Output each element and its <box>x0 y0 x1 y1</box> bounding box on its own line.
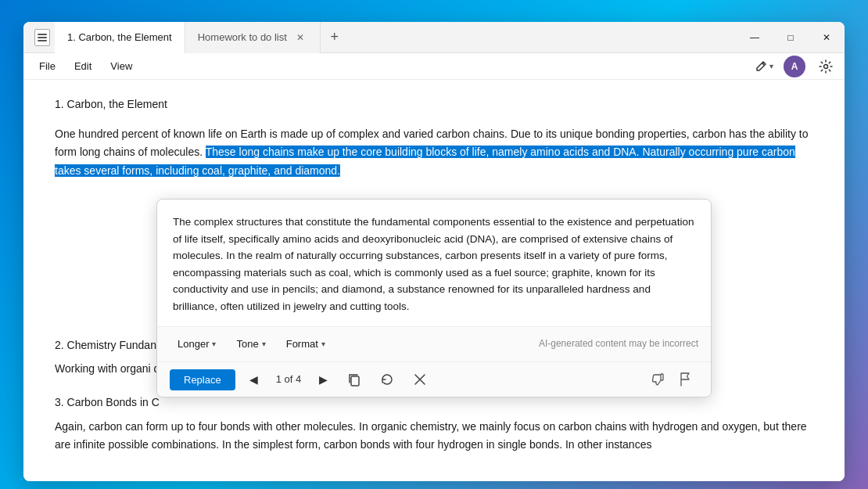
copy-button[interactable] <box>342 369 367 390</box>
close-icon <box>414 373 426 386</box>
longer-chevron: ▾ <box>212 338 216 351</box>
svg-rect-1 <box>351 376 359 386</box>
settings-icon <box>819 59 833 74</box>
toolbar-right: ▾ A <box>751 56 838 77</box>
refresh-button[interactable] <box>375 369 400 390</box>
user-avatar[interactable]: A <box>784 56 805 77</box>
thumbs-down-icon <box>651 372 665 387</box>
tab-carbon-label: 1. Carbon, the Element <box>67 31 172 43</box>
tone-chevron: ▾ <box>262 338 266 351</box>
menu-view[interactable]: View <box>101 57 142 75</box>
nav-count: 1 of 4 <box>273 372 305 388</box>
minimize-button[interactable]: — <box>737 22 773 53</box>
flag-icon <box>680 372 692 387</box>
ai-disclaimer: AI-generated content may be incorrect <box>539 336 698 351</box>
tab-homework-label: Homework to do list <box>198 31 287 43</box>
ai-popup-body: The complex structures that constitute t… <box>157 200 711 326</box>
tone-label: Tone <box>236 336 258 353</box>
paragraph3: Again, carbon can form up to four bonds … <box>55 418 813 454</box>
tab-homework[interactable]: Homework to do list ✕ <box>185 22 321 53</box>
menu-edit[interactable]: Edit <box>65 57 101 75</box>
feedback-flag[interactable] <box>673 369 698 390</box>
add-tab-button[interactable]: + <box>321 22 349 53</box>
nav-prev-button[interactable]: ◀ <box>243 369 265 390</box>
copy-icon <box>347 372 361 387</box>
paragraph-1: One hundred percent of known life on Ear… <box>55 125 813 179</box>
replace-button[interactable]: Replace <box>170 369 235 390</box>
feedback-thumb-down[interactable] <box>645 369 670 390</box>
right-actions <box>645 369 698 390</box>
ai-suggested-text: The complex structures that constitute t… <box>173 216 694 312</box>
title-bar: 1. Carbon, the Element Homework to do li… <box>23 22 845 53</box>
pen-tool-button[interactable]: ▾ <box>751 56 776 77</box>
tab-close-homework[interactable]: ✕ <box>293 31 307 45</box>
format-chevron: ▾ <box>321 338 325 351</box>
pen-dropdown[interactable]: ▾ <box>769 62 773 70</box>
app-window: 1. Carbon, the Element Homework to do li… <box>23 22 845 481</box>
editor-area: 1. Carbon, the Element One hundred perce… <box>23 80 845 481</box>
close-button[interactable]: ✕ <box>809 22 845 53</box>
ai-popup-footer: Longer ▾ Tone ▾ Format ▾ AI-generated co… <box>157 326 711 362</box>
format-label: Format <box>286 336 318 353</box>
notepad-icon <box>34 29 50 46</box>
settings-button[interactable] <box>813 56 838 77</box>
section3: 3. Carbon Bonds in C Again, carbon can f… <box>55 394 813 454</box>
menu-file[interactable]: File <box>30 57 65 75</box>
window-controls: — □ ✕ <box>737 22 845 53</box>
nav-next-button[interactable]: ▶ <box>312 369 334 390</box>
refresh-icon <box>380 372 394 387</box>
document-title: 1. Carbon, the Element <box>55 95 813 113</box>
tab-carbon[interactable]: 1. Carbon, the Element <box>55 22 185 53</box>
ai-rewrite-popup: The complex structures that constitute t… <box>156 199 712 397</box>
longer-label: Longer <box>178 336 209 353</box>
close-popup-button[interactable] <box>407 369 432 390</box>
tab-strip: 1. Carbon, the Element Homework to do li… <box>55 22 737 53</box>
menu-bar: File Edit View ▾ A <box>23 53 845 80</box>
app-icon <box>30 22 55 53</box>
fade-overlay <box>23 450 845 481</box>
tone-dropdown[interactable]: Tone ▾ <box>228 333 273 356</box>
svg-point-0 <box>824 64 828 68</box>
maximize-button[interactable]: □ <box>773 22 809 53</box>
pen-icon <box>754 59 768 74</box>
ai-popup-actions: Replace ◀ 1 of 4 ▶ <box>157 361 711 397</box>
format-dropdown[interactable]: Format ▾ <box>278 333 333 356</box>
longer-dropdown[interactable]: Longer ▾ <box>170 333 224 356</box>
